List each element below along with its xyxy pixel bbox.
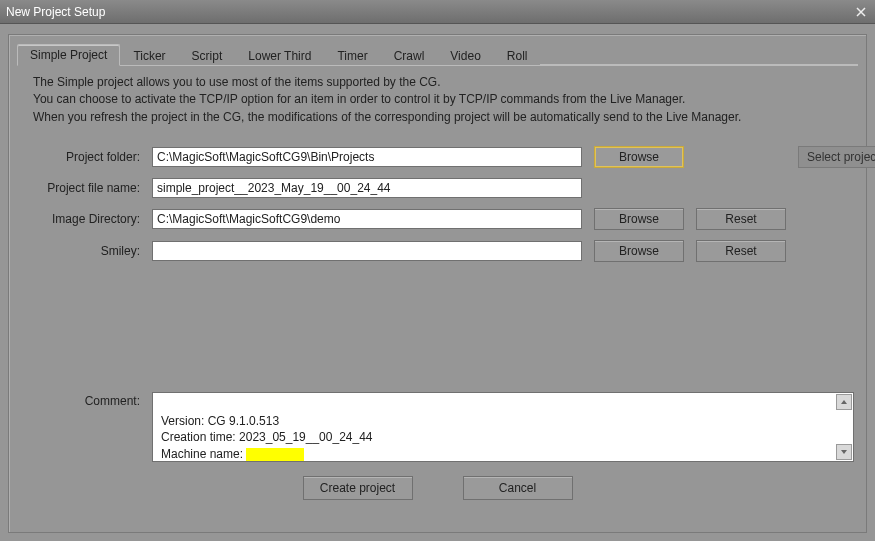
tab-simple-project[interactable]: Simple Project — [17, 44, 120, 66]
tab-bar: Simple Project Ticker Script Lower Third… — [17, 43, 858, 66]
tab-script[interactable]: Script — [179, 45, 236, 66]
scroll-down-icon[interactable] — [836, 444, 852, 460]
description-line: When you refresh the project in the CG, … — [33, 109, 850, 126]
redacted-highlight — [246, 448, 304, 461]
description-line: You can choose to activate the TCP/IP op… — [33, 91, 850, 108]
comment-machine-line: Machine name: — [161, 446, 845, 462]
description-line: The Simple project allows you to use mos… — [33, 74, 850, 91]
dialog-panel: Simple Project Ticker Script Lower Third… — [8, 34, 867, 533]
project-file-label: Project file name: — [25, 181, 140, 195]
comment-textarea[interactable]: Version: CG 9.1.0.513 Creation time: 202… — [152, 392, 854, 462]
description-text: The Simple project allows you to use mos… — [33, 74, 850, 126]
comment-version-line: Version: CG 9.1.0.513 — [161, 413, 845, 429]
smiley-input[interactable] — [152, 241, 582, 261]
smiley-label: Smiley: — [25, 244, 140, 258]
reset-smiley-button[interactable]: Reset — [696, 240, 786, 262]
tab-timer[interactable]: Timer — [324, 45, 380, 66]
comment-label: Comment: — [25, 392, 140, 462]
window-title: New Project Setup — [6, 5, 853, 19]
browse-smiley-button[interactable]: Browse — [594, 240, 684, 262]
browse-image-directory-button[interactable]: Browse — [594, 208, 684, 230]
project-file-input[interactable] — [152, 178, 582, 198]
tab-crawl[interactable]: Crawl — [381, 45, 438, 66]
project-folder-label: Project folder: — [25, 150, 140, 164]
tab-ticker[interactable]: Ticker — [120, 45, 178, 66]
image-directory-input[interactable] — [152, 209, 582, 229]
cancel-button[interactable]: Cancel — [463, 476, 573, 500]
tab-lower-third[interactable]: Lower Third — [235, 45, 324, 66]
tab-roll[interactable]: Roll — [494, 45, 541, 66]
close-icon[interactable] — [853, 4, 869, 20]
image-directory-label: Image Directory: — [25, 212, 140, 226]
scroll-up-icon[interactable] — [836, 394, 852, 410]
comment-creation-line: Creation time: 2023_05_19__00_24_44 — [161, 429, 845, 445]
select-path-hint: Select project path — [798, 146, 875, 168]
tab-video[interactable]: Video — [437, 45, 493, 66]
reset-image-directory-button[interactable]: Reset — [696, 208, 786, 230]
project-folder-input[interactable] — [152, 147, 582, 167]
title-bar: New Project Setup — [0, 0, 875, 24]
browse-project-folder-button[interactable]: Browse — [594, 146, 684, 168]
create-project-button[interactable]: Create project — [303, 476, 413, 500]
